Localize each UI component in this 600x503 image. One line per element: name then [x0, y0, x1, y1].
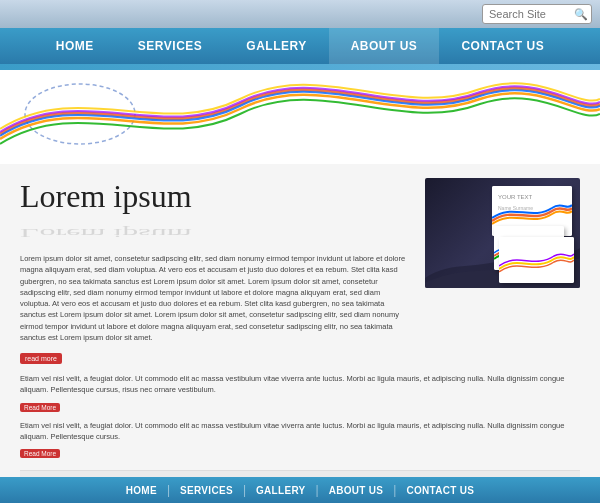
nav-contact[interactable]: CONTACT US	[439, 28, 566, 64]
heading-text: Lorem ipsum	[20, 178, 192, 214]
read-more-button-2[interactable]: Read More	[20, 403, 60, 412]
nav-services[interactable]: SERVICES	[116, 28, 224, 64]
read-more-button-1[interactable]: read more	[20, 353, 62, 364]
read-more-button-3[interactable]: Read More	[20, 449, 60, 458]
footer-services[interactable]: SERVICES	[170, 485, 243, 496]
footer-contact[interactable]: CONTACT US	[396, 485, 484, 496]
para-2-text: Etiam vel nisl velit, a feugiat dolor. U…	[20, 373, 580, 396]
heading-reflection: Lorem ipsum	[20, 227, 411, 240]
footer-about[interactable]: ABOUT US	[319, 485, 394, 496]
nav-about[interactable]: ABOUT US	[329, 28, 440, 64]
svg-text:Name Surname: Name Surname	[498, 205, 533, 211]
body-paragraph: Lorem ipsum dolor sit amet, consetetur s…	[20, 253, 411, 343]
nav-bar: HOME SERVICES GALLERY ABOUT US CONTACT U…	[0, 28, 600, 64]
search-input[interactable]	[489, 8, 574, 20]
para-section-3: Etiam vel nisl velit, a feugiat dolor. U…	[20, 420, 580, 461]
para-section-2: Etiam vel nisl velit, a feugiat dolor. U…	[20, 373, 580, 414]
text-left: Lorem ipsum Lorem ipsum Lorem ipsum dolo…	[20, 178, 411, 365]
para-3-text: Etiam vel nisl velit, a feugiat dolor. U…	[20, 420, 580, 443]
svg-text:YOUR TEXT: YOUR TEXT	[498, 194, 533, 200]
hero-section	[0, 64, 600, 164]
svg-rect-2	[0, 64, 600, 70]
page-heading: Lorem ipsum Lorem ipsum	[20, 178, 411, 247]
search-icon[interactable]: 🔍	[574, 8, 588, 21]
card-image: YOUR TEXT Name Surname	[425, 178, 580, 288]
footer-gallery[interactable]: GALLERY	[246, 485, 316, 496]
main-content: Lorem ipsum Lorem ipsum Lorem ipsum dolo…	[0, 164, 600, 503]
nav-home[interactable]: HOME	[34, 28, 116, 64]
footer: HOME | SERVICES | GALLERY | ABOUT US | C…	[0, 477, 600, 503]
search-box[interactable]: 🔍	[482, 4, 592, 24]
footer-home[interactable]: HOME	[116, 485, 167, 496]
nav-gallery[interactable]: GALLERY	[224, 28, 328, 64]
content-row: Lorem ipsum Lorem ipsum Lorem ipsum dolo…	[20, 178, 580, 365]
business-card-3	[499, 237, 574, 283]
top-bar: 🔍	[0, 0, 600, 28]
